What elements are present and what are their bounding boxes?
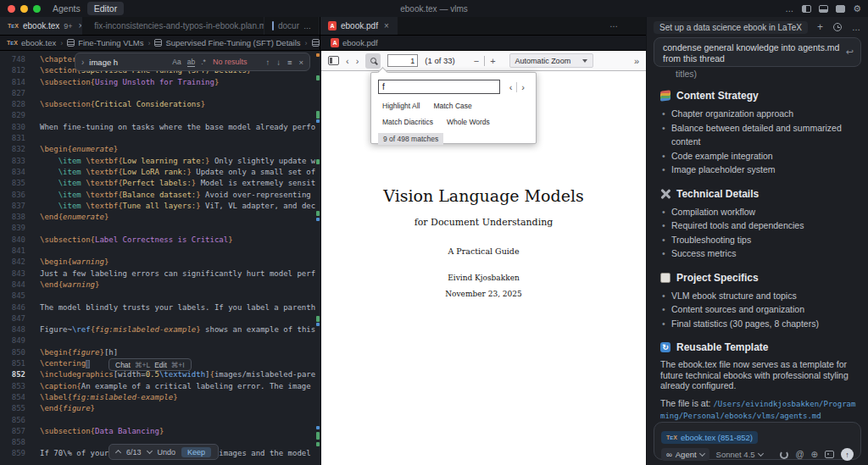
model-selector[interactable]: Sonnet 4.5 [716,450,763,459]
editor-line[interactable]: 841 [0,246,315,257]
zoom-window-button[interactable] [33,5,41,13]
new-thread-icon[interactable]: + [817,21,823,33]
tab-ebook-pdf[interactable]: A ebook.pdf × [320,17,398,35]
tab-plan-md[interactable]: fix-inconsistencies-and-typos-in-ebook.p… [82,17,264,35]
edit-hint-label[interactable]: Edit [154,361,167,369]
reply-icon[interactable]: ↩ [846,47,854,58]
undo-button[interactable]: Undo [158,448,176,457]
editor-scroll-marks[interactable] [315,51,320,465]
toggle-agent-panel-icon[interactable] [836,5,845,13]
next-match-icon[interactable]: ↓ [276,58,281,67]
match-case-icon[interactable]: Aa [172,58,181,66]
keep-button[interactable]: Keep [181,447,211,457]
titlebar-more-icon[interactable]: … [785,4,794,14]
breadcrumb-pdf[interactable]: Aebook.pdf [320,36,646,50]
send-button[interactable]: ↑ [841,448,854,461]
pdf-next-page-icon[interactable]: › [356,56,359,66]
mode-selector[interactable]: ∞ Agent [661,448,709,461]
editor-line[interactable]: 839 [0,223,315,234]
tab-docur[interactable]: docur … [264,17,320,35]
pdf-find-input[interactable] [378,80,500,94]
close-tab-icon[interactable]: × [384,21,389,30]
diff-mark [316,323,320,326]
editor-line[interactable]: 831 [0,133,315,144]
editor-line[interactable]: 845 [0,291,315,302]
regex-icon[interactable]: .* [201,58,206,66]
prev-match-icon[interactable]: ↑ [265,58,270,67]
editor-line[interactable]: 838\end{enumerate} [0,212,315,223]
editor-line[interactable]: 852\includegraphics[width=0.5\textwidth]… [0,369,315,380]
editor-line[interactable]: 850\begin{figure}[h] [0,347,315,358]
editor-line[interactable]: 855\end{figure} [0,403,315,414]
next-edit-icon[interactable] [146,448,152,454]
thread-title[interactable]: Set up a data science ebook in LaTeX [654,21,808,34]
zoom-in-icon[interactable]: + [490,56,495,66]
code-editor[interactable]: 748\chapter{Fine-Tuning VLMs}812\section… [0,51,320,465]
editor-line[interactable]: 847 [0,313,315,324]
menu-agents[interactable]: Agents [53,3,81,14]
context-chip[interactable]: TEX ebook.tex (851-852) [661,431,758,444]
zoom-select[interactable]: Automatic Zoom [509,53,594,68]
editor-line[interactable]: 856 [0,415,315,426]
editor-line[interactable]: 844\end{warning} [0,280,315,291]
tab-ebook-tex[interactable]: TEX ebook.tex 9+ × [0,17,82,35]
editor-line[interactable]: 853\caption{An example of a critical lab… [0,381,315,392]
editor-line[interactable]: 842\begin{warning} [0,257,315,268]
minimize-window-button[interactable] [20,5,28,13]
whole-words-option[interactable]: Whole Words [447,118,490,126]
toggle-left-dock-icon[interactable] [802,5,811,13]
web-search-icon[interactable]: ⊕ [811,450,818,459]
editor-line[interactable]: 854\label{fig:mislabeled-example} [0,392,315,403]
breadcrumb[interactable]: TEXebook.tex › Fine-Tuning VLMs › Superv… [0,36,320,50]
editor-line[interactable]: 857\subsection{Data Balancing} [0,426,315,437]
prev-edit-icon[interactable] [115,450,121,456]
editor-line[interactable]: 846The model blindly trusts your labels.… [0,302,315,313]
toolbar-overflow-icon[interactable]: » [634,56,639,66]
whole-word-icon[interactable]: ab [187,58,195,67]
editor-line[interactable]: 829 [0,110,315,121]
match-diacritics-option[interactable]: Match Diacritics [382,118,433,126]
pdf-sidebar-toggle-icon[interactable] [328,56,339,65]
section-icon [312,39,320,47]
message-editor[interactable]: TEX ebook.tex (851-852) ∞ Agent Sonnet 4… [654,422,861,460]
toggle-bottom-dock-icon[interactable] [819,5,828,13]
tab-overflow-icon[interactable]: … [303,22,311,30]
editor-line[interactable]: 834 \item \textbf{Low LoRA rank:} Update… [0,167,315,178]
editor-line[interactable]: 837 \item \textbf{Tune all layers:} ViT,… [0,201,315,212]
zoom-out-icon[interactable]: − [474,56,479,66]
editor-line[interactable]: 840\subsection{Label Correctness is Crit… [0,235,315,246]
editor-line[interactable]: 814\subsection{Using Unsloth for Trainin… [0,77,315,88]
expand-search-icon[interactable]: › [81,58,84,67]
editor-line[interactable]: 835 \item \textbf{Perfect labels:} Model… [0,178,315,189]
search-input[interactable] [89,58,167,67]
mention-icon[interactable]: @ [795,450,804,459]
editor-line[interactable]: 832\begin{enumerate} [0,144,315,155]
bullet-item: Success metrics [660,246,856,261]
chat-hint-label[interactable]: Chat [115,361,131,369]
pdf-page-input[interactable] [387,54,418,67]
editor-line[interactable]: 833 \item \textbf{Low learning rate:} On… [0,156,315,167]
close-window-button[interactable] [8,5,15,13]
match-case-option[interactable]: Match Case [433,102,471,110]
highlight-all-option[interactable]: Highlight All [382,102,420,110]
editor-line[interactable]: 827 [0,88,315,99]
history-icon[interactable] [833,23,842,31]
editor-line[interactable]: 830When fine-tuning on tasks where the b… [0,122,315,133]
menu-editor[interactable]: Editor [87,2,124,15]
editor-line[interactable]: 828\subsection{Critical Considerations} [0,99,315,110]
pane-menu-icon[interactable]: … [609,19,619,29]
find-next-icon[interactable]: › [517,82,529,92]
editor-line[interactable]: 848Figure~\ref{fig:mislabeled-example} s… [0,324,315,335]
pdf-prev-page-icon[interactable]: ‹ [346,56,349,66]
pdf-find-icon[interactable] [365,53,381,69]
close-search-icon[interactable]: × [298,58,303,67]
attach-image-icon[interactable] [825,451,834,458]
editor-line[interactable]: 849 [0,335,315,346]
user-message[interactable]: condense general knowledge into agents.m… [654,37,861,67]
editor-line[interactable]: 843Just a few labeling errors can signif… [0,268,315,280]
gear-icon[interactable]: ⚙ [853,4,861,14]
editor-line[interactable]: 836 \item \textbf{Balance dataset:} Avoi… [0,190,315,201]
panel-more-icon[interactable]: … [852,23,861,32]
find-prev-icon[interactable]: ‹ [505,82,517,92]
select-all-matches-icon[interactable]: ≡ [287,58,292,67]
